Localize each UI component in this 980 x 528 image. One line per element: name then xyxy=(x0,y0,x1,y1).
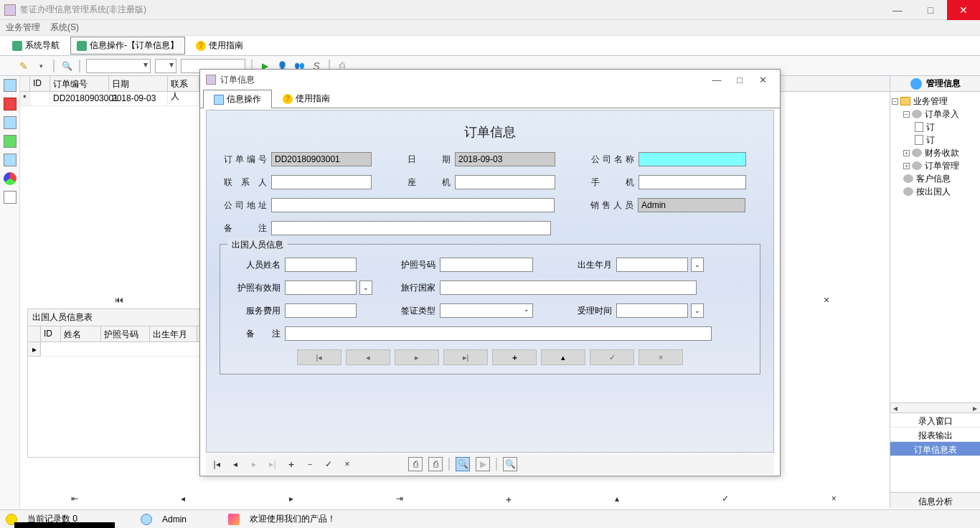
bn-up[interactable]: ▴ xyxy=(562,494,671,508)
pencil-dropdown[interactable] xyxy=(34,60,47,72)
filter-combo-1[interactable] xyxy=(86,59,151,73)
bn-next[interactable]: ▸ xyxy=(237,494,346,508)
grid-nav-first[interactable]: ⏮ xyxy=(99,295,139,305)
fs-input-birth[interactable]: ⌄ xyxy=(616,258,704,272)
tab-guide[interactable]: ? 使用指南 xyxy=(189,37,250,55)
sub-header-passport[interactable]: 护照号码 xyxy=(101,326,150,342)
sub-grid-row[interactable]: ▸ xyxy=(28,342,213,357)
grid-header-orderno[interactable]: 订单编号 xyxy=(50,76,109,91)
fs-input-country[interactable] xyxy=(440,280,697,295)
strip-icon-5[interactable] xyxy=(4,154,17,166)
section-order-table[interactable]: 订单信息表 xyxy=(890,442,980,456)
dialog-minimize[interactable]: — xyxy=(705,75,728,85)
maximize-button[interactable]: □ xyxy=(914,0,947,20)
menu-business[interactable]: 业务管理 xyxy=(6,22,40,34)
dialog-tab-operation[interactable]: 信息操作 xyxy=(203,90,272,108)
bn-cancel[interactable]: × xyxy=(780,494,888,508)
close-button[interactable]: ✕ xyxy=(947,0,980,20)
sub-header-id[interactable]: ID xyxy=(41,326,61,342)
mb-print2[interactable]: ⎙ xyxy=(428,457,443,471)
tree-order-2[interactable]: 订 xyxy=(892,133,979,146)
right-footer[interactable]: 信息分析 xyxy=(890,492,980,508)
input-contact[interactable] xyxy=(271,175,372,189)
dialog-close[interactable]: ✕ xyxy=(751,75,774,85)
tree-root[interactable]: − 业务管理 xyxy=(892,95,979,108)
menu-system[interactable]: 系统(S) xyxy=(50,22,79,34)
input-company[interactable] xyxy=(639,152,746,166)
sub-header-name[interactable]: 姓名 xyxy=(61,326,101,342)
input-date[interactable] xyxy=(455,152,555,166)
grid-nav-close[interactable]: × xyxy=(806,294,847,306)
grid-icon xyxy=(214,95,224,105)
grid-header-id[interactable]: ID xyxy=(30,76,50,91)
mb-next[interactable]: ▸ xyxy=(248,458,260,471)
filter-combo-2[interactable] xyxy=(155,59,176,73)
fs-input-fee[interactable] xyxy=(285,303,357,318)
bn-prev[interactable]: ◂ xyxy=(128,494,237,508)
fs-nav-cancel[interactable]: × xyxy=(639,349,683,365)
mb-first[interactable]: |◂ xyxy=(210,458,223,471)
input-addr[interactable] xyxy=(271,198,555,212)
tree-order-mgmt[interactable]: + 订单管理 xyxy=(892,159,979,172)
fs-input-remark[interactable] xyxy=(285,326,712,341)
input-mobile[interactable] xyxy=(639,175,746,189)
mb-ok[interactable]: ✓ xyxy=(322,458,335,471)
fs-nav-prev[interactable]: ◂ xyxy=(346,349,390,365)
bn-add[interactable]: ＋ xyxy=(454,494,562,508)
input-tel[interactable] xyxy=(455,175,555,189)
dialog-tab-guide[interactable]: ? 使用指南 xyxy=(272,89,341,108)
sub-header-birth[interactable]: 出生年月 xyxy=(150,326,197,342)
fs-input-passport[interactable] xyxy=(440,258,533,272)
strip-icon-3[interactable] xyxy=(4,116,17,129)
fs-input-visatype[interactable]: ⌄ xyxy=(440,303,533,318)
right-scroll[interactable]: ◂▸ xyxy=(890,402,980,412)
bn-first[interactable]: ⇤ xyxy=(20,494,128,508)
dialog-maximize[interactable]: □ xyxy=(728,75,751,85)
tree-order-entry[interactable]: − 订单录入 xyxy=(892,108,979,121)
mb-last[interactable]: ▸| xyxy=(266,458,279,471)
menubar: 业务管理 系统(S) xyxy=(0,20,980,36)
fs-nav-last[interactable]: ▸| xyxy=(443,349,488,365)
mb-prev[interactable]: ◂ xyxy=(229,458,242,471)
section-entry[interactable]: 录入窗口 xyxy=(890,413,980,428)
tree-order-1[interactable]: 订 xyxy=(892,121,979,133)
fs-nav-next[interactable]: ▸ xyxy=(395,349,439,365)
input-sales[interactable] xyxy=(638,198,745,212)
mb-cancel[interactable]: × xyxy=(341,458,354,471)
bn-check[interactable]: ✓ xyxy=(672,494,780,508)
mb-print1[interactable]: ⎙ xyxy=(408,457,423,471)
strip-icon-1[interactable] xyxy=(4,79,17,92)
grid-header-contact[interactable]: 联系人 xyxy=(168,76,199,91)
pencil-icon[interactable] xyxy=(17,60,30,72)
tree-finance[interactable]: + 财务收款 xyxy=(892,146,979,159)
tree-by-person[interactable]: 按出国人 xyxy=(892,185,979,198)
minimize-button[interactable]: — xyxy=(881,0,914,20)
strip-icon-4[interactable] xyxy=(4,135,17,148)
strip-icon-2[interactable] xyxy=(4,98,17,110)
input-orderno[interactable] xyxy=(271,152,372,166)
mb-minus[interactable]: － xyxy=(303,458,316,471)
tree: − 业务管理 − 订单录入 订 订 + 财务收款 + 订单管理 xyxy=(890,92,980,402)
mb-search2[interactable]: 🔍 xyxy=(503,457,517,471)
fs-nav-up[interactable]: ▴ xyxy=(541,349,585,365)
strip-icon-7[interactable] xyxy=(4,191,17,204)
bn-last[interactable]: ⇥ xyxy=(346,494,454,508)
mb-search[interactable]: 🔍 xyxy=(456,457,470,471)
fs-input-accepttime[interactable]: ⌄ xyxy=(616,303,704,318)
section-report[interactable]: 报表输出 xyxy=(890,428,980,442)
mb-add[interactable]: ＋ xyxy=(285,458,298,471)
fs-nav-ok[interactable]: ✓ xyxy=(590,349,634,365)
fs-nav-first[interactable]: |◂ xyxy=(297,349,341,365)
search-icon[interactable] xyxy=(60,60,73,72)
tab-system-nav[interactable]: 系统导航 xyxy=(6,37,66,55)
fs-nav-add[interactable]: ＋ xyxy=(492,349,537,365)
fs-input-name[interactable] xyxy=(285,258,357,272)
strip-icon-6[interactable] xyxy=(4,172,17,185)
tree-customer[interactable]: 客户信息 xyxy=(892,172,979,185)
input-remark[interactable] xyxy=(271,221,551,235)
grid-cell-date: 2018-09-03 xyxy=(109,92,168,106)
fs-input-passexp[interactable]: ⌄ xyxy=(285,280,372,295)
grid-header-date[interactable]: 日期 xyxy=(109,76,168,91)
tab-info-operation[interactable]: 信息操作-【订单信息】 xyxy=(70,37,185,55)
mb-play[interactable]: ▶ xyxy=(476,457,490,471)
